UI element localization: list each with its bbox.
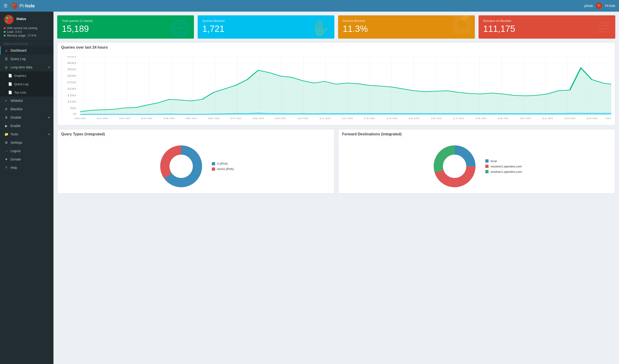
svg-text:18:00: 18:00 xyxy=(475,117,486,120)
nav-section-label: MAIN NAVIGATION xyxy=(0,41,54,46)
legend-color-resolver2 xyxy=(485,165,489,168)
pihole-icon xyxy=(11,2,18,9)
legend-color-resolver1 xyxy=(485,170,489,173)
legend-label-ipv6: AAAA (IPv6) xyxy=(217,167,234,171)
queries-chart-container: 450 400 350 300 250 200 150 100 50 0 00:… xyxy=(61,56,611,121)
svg-point-6 xyxy=(10,17,11,18)
help-icon: ? xyxy=(4,166,8,169)
dashboard-icon: ⌂ xyxy=(4,49,8,52)
svg-point-54 xyxy=(169,155,193,178)
sidebar-item-whitelist[interactable]: ✓ Whitelist xyxy=(0,97,54,105)
sidebar-item-label: Dashboard xyxy=(11,49,27,52)
sidebar-item-donate[interactable]: ♥ Donate xyxy=(0,155,54,164)
sidebar-item-label: Tools xyxy=(11,132,18,136)
sidebar-item-disable[interactable]: ⏸ Disable ▾ xyxy=(0,113,54,122)
top-lists-icon: 📄 xyxy=(8,90,12,94)
svg-text:04:00: 04:00 xyxy=(163,117,175,120)
svg-text:11:00: 11:00 xyxy=(319,117,330,120)
svg-text:01:00: 01:00 xyxy=(97,117,108,120)
legend-item-resolver1: resolver1.opendns.com xyxy=(485,170,522,173)
hamburger-icon[interactable]: ☰ xyxy=(4,3,7,8)
status-title: Status xyxy=(16,17,26,21)
queries-chart-panel: Queries over last 24 hours 450 400 xyxy=(57,42,615,125)
forward-destinations-svg xyxy=(431,143,478,190)
memory-status-item: Memory usage: 17.9 % xyxy=(4,34,50,37)
legend-item-ipv4: A (IPv4) xyxy=(212,162,234,165)
sidebar-item-help[interactable]: ? Help xyxy=(0,164,54,172)
sidebar-item-top-lists[interactable]: 📄 Top Lists xyxy=(0,88,54,97)
graphics-icon: 📄 xyxy=(8,74,12,77)
svg-point-0 xyxy=(11,3,17,9)
svg-text:150: 150 xyxy=(67,94,76,97)
svg-text:13:00: 13:00 xyxy=(364,117,375,120)
sidebar-item-logout[interactable]: → Logout xyxy=(0,147,54,155)
legend-color-ipv4 xyxy=(212,162,215,165)
svg-text:19:00: 19:00 xyxy=(497,117,508,120)
stat-value: 111,175 xyxy=(483,24,611,34)
disable-icon: ⏸ xyxy=(4,116,8,119)
legend-item-resolver2: resolver2.opendns.com xyxy=(485,165,522,168)
svg-text:10:00: 10:00 xyxy=(297,117,308,120)
memory-value: 17.9 % xyxy=(28,34,36,37)
svg-point-2 xyxy=(15,4,16,5)
sidebar-item-label: Graphics xyxy=(14,74,26,77)
brand-logo: Pi-hole xyxy=(11,2,35,9)
svg-text:03:00: 03:00 xyxy=(141,117,152,120)
dns-status-dot xyxy=(4,27,6,29)
sidebar-item-long-term-data[interactable]: ◎ Long term data ▾ xyxy=(0,63,54,71)
legend-color-ipv6 xyxy=(212,168,215,171)
sidebar-item-graphics[interactable]: 📄 Graphics xyxy=(0,71,54,80)
sidebar-item-sub-query-log[interactable]: 📄 Query Log xyxy=(0,80,54,88)
sidebar-item-settings[interactable]: ⚙ Settings xyxy=(0,138,54,147)
sidebar-item-query-log[interactable]: ☰ Query Log xyxy=(0,55,54,63)
memory-label: Memory usage: xyxy=(7,34,26,37)
svg-text:0: 0 xyxy=(73,112,76,116)
pihole-logo xyxy=(4,14,14,25)
memory-dot xyxy=(4,35,6,37)
svg-text:50: 50 xyxy=(70,107,76,110)
stat-card-domains-blocklist: Domains on Blocklist 111,175 xyxy=(478,15,615,39)
legend-label-local: local xyxy=(490,159,497,163)
svg-rect-12 xyxy=(599,28,610,29)
sidebar-item-label: Settings xyxy=(11,141,22,144)
sidebar-item-label: Help xyxy=(11,166,17,169)
donate-icon: ♥ xyxy=(4,157,8,161)
legend-item-local: local xyxy=(485,159,522,163)
svg-point-4 xyxy=(4,15,14,24)
sidebar-item-label: Query Log xyxy=(14,82,28,86)
svg-text:16:00: 16:00 xyxy=(431,117,442,120)
sidebar-item-tools[interactable]: 📁 Tools ▾ xyxy=(0,130,54,138)
settings-icon: ⚙ xyxy=(4,141,8,144)
sidebar-item-blacklist[interactable]: ✗ Blacklist xyxy=(0,105,54,113)
svg-text:200: 200 xyxy=(67,87,76,90)
globe-icon: 🌐 xyxy=(170,20,190,36)
sidebar-item-label: Donate xyxy=(11,157,21,161)
sidebar-item-dashboard[interactable]: ⌂ Dashboard xyxy=(0,46,54,55)
svg-point-5 xyxy=(6,17,8,19)
forward-destinations-body: local resolver2.opendns.com resolver1.op… xyxy=(338,139,615,193)
svg-text:09:00: 09:00 xyxy=(275,117,286,120)
chevron-down-icon: ▾ xyxy=(48,133,50,136)
svg-text:05:00: 05:00 xyxy=(185,117,197,120)
user-avatar: 🍓 xyxy=(596,2,602,9)
stat-card-percent-blocked: Percent Blocked 11.3% xyxy=(338,15,475,39)
load-status-item: Load: 0 0 0 xyxy=(4,30,50,33)
svg-text:15:00: 15:00 xyxy=(408,117,419,120)
svg-text:00:00: 00:00 xyxy=(606,117,611,120)
svg-text:300: 300 xyxy=(67,74,76,77)
svg-text:23:00: 23:00 xyxy=(586,117,597,120)
load-label: Load: xyxy=(7,30,14,33)
queries-chart-title: Queries over last 24 hours xyxy=(57,42,615,53)
svg-point-58 xyxy=(443,155,466,178)
svg-point-3 xyxy=(13,6,14,7)
stat-label: Domains on Blocklist xyxy=(483,19,611,23)
legend-label-ipv4: A (IPv4) xyxy=(217,162,228,165)
legend-label-resolver2: resolver2.opendns.com xyxy=(490,165,522,168)
hand-icon: ✋ xyxy=(310,20,331,36)
svg-text:100: 100 xyxy=(67,100,76,103)
query-types-body: A (IPv4) AAAA (IPv6) xyxy=(57,139,334,193)
forward-destinations-panel: Forward Destinations (integrated) xyxy=(338,129,615,194)
whitelist-icon: ✓ xyxy=(4,99,8,103)
sidebar-item-enable[interactable]: ▶ Enable xyxy=(0,122,54,130)
svg-text:250: 250 xyxy=(67,81,76,84)
